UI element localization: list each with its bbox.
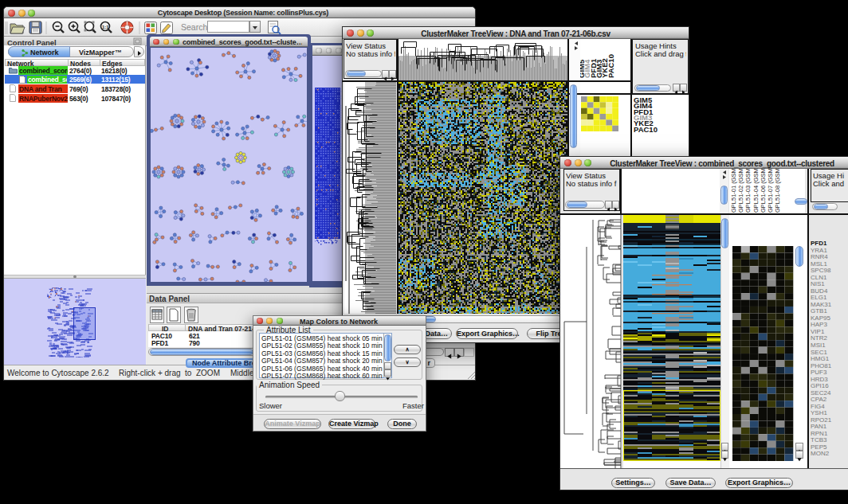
svg-text:GPL51-08 (GSM872): GPL51-08 (GSM872) xyxy=(774,169,781,213)
svg-text:GPL51-04 (GSM857): GPL51-04 (GSM857) xyxy=(752,169,760,213)
svg-text:GPL51-03 (GSM856): GPL51-03 (GSM856) xyxy=(744,169,752,213)
svg-text:GPL51-01 (GSM854): GPL51-01 (GSM854) xyxy=(730,169,737,213)
svg-text:GPL51-07 (GSM868): GPL51-07 (GSM868) xyxy=(767,169,774,213)
svg-text:GPL51-02 (GSM855): GPL51-02 (GSM855) xyxy=(737,169,744,213)
svg-text:1:1: 1:1 xyxy=(102,25,109,29)
svg-text:GPL51-06 (GSM865): GPL51-06 (GSM865) xyxy=(760,169,767,213)
svg-text:PAC10: PAC10 xyxy=(607,54,615,78)
